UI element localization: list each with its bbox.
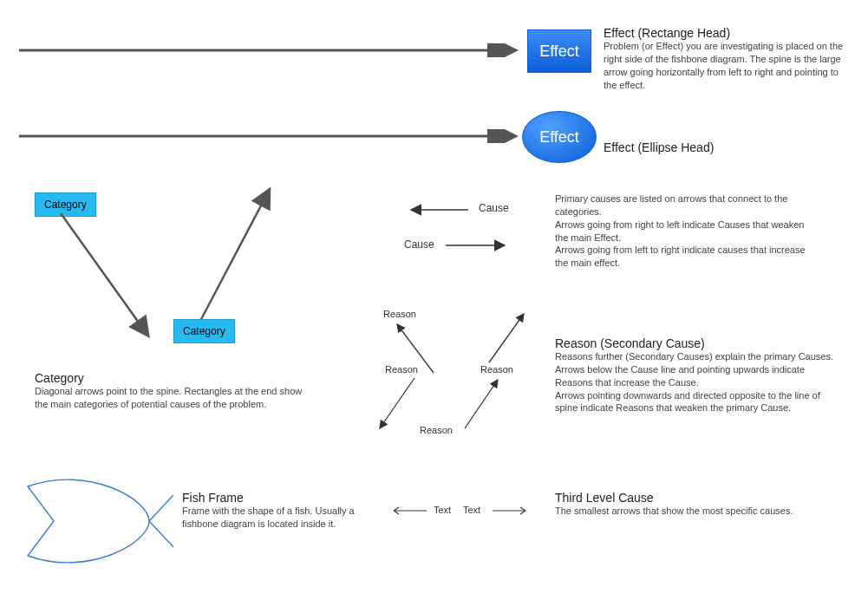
cause-arrow-right xyxy=(442,239,510,251)
category-box-2-label: Category xyxy=(183,325,225,337)
category-arrow-down xyxy=(52,213,173,343)
cause-label-1: Cause xyxy=(479,202,509,214)
reason-text: Reason (Secondary Cause) Reasons further… xyxy=(555,336,841,414)
cause-label-2: Cause xyxy=(404,238,434,251)
effect-ellipse-title: Effect (Ellipse Head) xyxy=(604,140,714,154)
svg-line-9 xyxy=(465,380,498,428)
fish-title: Fish Frame xyxy=(182,491,364,505)
cause-desc: Primary causes are listed on arrows that… xyxy=(555,192,806,270)
reason-arrow-3 xyxy=(482,309,534,369)
reason-arrow-4 xyxy=(458,375,510,435)
fish-text: Fish Frame Frame with the shape of a fis… xyxy=(182,491,364,531)
third-arrow-2 xyxy=(489,506,529,515)
category-desc: Diagonal arrows point to the spine. Rect… xyxy=(35,385,312,411)
category-box-2: Category xyxy=(173,319,235,343)
spine-arrow-ellipse xyxy=(19,129,522,143)
reason-label-1: Reason xyxy=(383,309,416,319)
effect-ellipse-label: Effect xyxy=(539,128,579,147)
fish-frame-shape xyxy=(19,473,175,569)
effect-rect-desc: Problem (or Effect) you are investigatin… xyxy=(604,40,846,91)
effect-ellipse-box: Effect xyxy=(522,111,597,163)
third-desc: The smallest arrows that show the most s… xyxy=(555,505,815,518)
category-title: Category xyxy=(35,371,312,385)
reason-title: Reason (Secondary Cause) xyxy=(555,336,841,350)
third-text-2: Text xyxy=(463,505,480,515)
svg-line-7 xyxy=(380,378,414,428)
third-text: Third Level Cause The smallest arrows th… xyxy=(555,491,815,518)
svg-line-2 xyxy=(61,213,147,335)
third-arrow-1 xyxy=(392,506,432,515)
reason-desc: Reasons further (Secondary Causes) expla… xyxy=(555,350,841,414)
third-text-1: Text xyxy=(434,505,451,515)
third-title: Third Level Cause xyxy=(555,491,815,505)
svg-line-3 xyxy=(199,191,269,323)
reason-label-2: Reason xyxy=(385,364,418,375)
svg-line-8 xyxy=(489,314,524,362)
category-arrow-up xyxy=(191,184,295,331)
effect-rect-box: Effect xyxy=(527,29,591,73)
effect-rect-text: Effect (Rectange Head) Problem (or Effec… xyxy=(604,26,846,91)
spine-arrow-rect xyxy=(19,43,522,57)
category-box-1-label: Category xyxy=(44,199,87,211)
reason-arrow-2 xyxy=(373,375,425,435)
fish-desc: Frame with the shape of a fish. Usually … xyxy=(182,505,364,531)
effect-rect-label: Effect xyxy=(539,42,579,61)
reason-label-4: Reason xyxy=(420,425,453,435)
category-text: Category Diagonal arrows point to the sp… xyxy=(35,371,312,411)
diagram-stage: Effect Effect (Rectange Head) Problem (o… xyxy=(0,0,868,613)
effect-rect-title: Effect (Rectange Head) xyxy=(604,26,846,40)
cause-arrow-left xyxy=(406,204,473,216)
